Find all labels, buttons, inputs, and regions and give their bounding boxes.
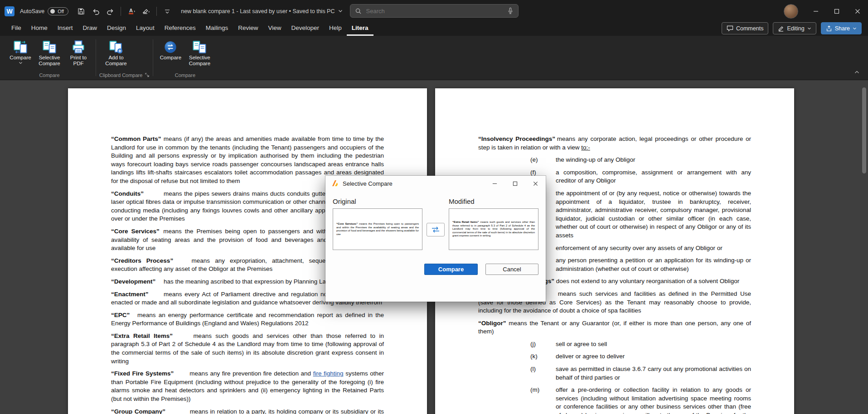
tab-insert[interactable]: Insert [53,23,78,36]
dialog-title: Selective Compare [343,180,393,187]
editing-label: Editing [787,25,804,32]
defined-term: “Conduits” [111,190,144,197]
document-title[interactable]: new blank compare 1 - Last saved by user… [181,8,342,14]
paragraph: “EPC”means an energy performance certifi… [111,311,384,328]
autosave-control[interactable]: AutoSave Off [20,7,68,15]
selective-compare-dialog: Selective Compare Original [325,176,546,302]
defined-term: “Creditors Process” [111,257,173,264]
swap-documents-button[interactable] [427,223,445,236]
dialog-cancel-button[interactable]: Cancel [485,264,538,275]
toggle-knob-icon [50,9,55,14]
dialog-compare-button[interactable]: Compare [424,264,478,275]
search-input[interactable] [365,7,504,15]
search-icon [355,8,362,14]
close-button[interactable] [847,0,868,22]
tab-litera[interactable]: Litera [347,23,373,36]
share-button[interactable]: Share [821,22,862,34]
compare-app-button[interactable]: Compare [156,38,184,61]
list-label: (e) [530,156,538,164]
tab-review[interactable]: Review [233,23,263,36]
undo-button[interactable] [89,5,102,18]
dialog-minimize-button[interactable] [485,176,505,191]
svg-text:A: A [129,8,133,13]
share-label: Share [835,25,850,32]
paragraph: “Fixed Fire Systems”means any fire preve… [111,370,384,403]
close-icon [855,9,860,14]
redo-button[interactable] [104,5,116,18]
tab-help[interactable]: Help [324,23,347,36]
scrollbar-thumb[interactable] [862,87,866,173]
maximize-button[interactable] [826,0,847,22]
print-to-pdf-button-label: Print to PDF [65,55,92,67]
list-label: (j) [530,340,536,349]
tab-file[interactable]: File [6,23,26,36]
list-label: (l) [530,365,536,374]
minimize-button[interactable] [805,0,826,22]
word-logo-icon[interactable]: W [5,6,15,16]
tab-developer[interactable]: Developer [286,23,325,36]
defined-term: “Obligor” [478,320,506,327]
compare-app-button-label: Compare [160,55,181,61]
ribbon-group-clipboard-compare: Add to Compare Clipboard Compare [97,36,151,80]
dialog-close-button[interactable] [525,176,546,191]
group-label-compare: Compare [6,71,92,79]
selective-compare-button[interactable]: Selective Compare [35,38,63,67]
save-button[interactable] [75,5,87,18]
print-pdf-icon [71,39,86,55]
tab-view[interactable]: View [263,23,286,36]
editing-button[interactable]: Editing [773,22,816,34]
selective-compare-button-label: Selective Compare [36,55,63,67]
defined-term: “Common Parts” [111,135,161,142]
ribbon-group-compare-2: Compare Selective Compare Compare [155,36,215,80]
tab-home[interactable]: Home [26,23,53,36]
autosave-toggle[interactable]: Off [48,7,68,15]
redo-icon [107,8,114,15]
font-color-button[interactable]: A [125,5,138,18]
customize-toolbar-button[interactable] [161,5,174,18]
ribbon-group-compare-1: Compare Selective Compare [5,36,94,80]
user-avatar[interactable] [784,4,798,19]
modified-preview-text: “Extra Retail Items” means such goods an… [452,221,535,238]
close-icon [533,181,538,186]
compare-button[interactable]: Compare [6,38,34,64]
toolbar-separator [156,7,157,16]
mic-icon[interactable] [507,7,514,14]
print-to-pdf-button[interactable]: Print to PDF [64,38,92,67]
defined-term: “Enactment” [111,291,149,298]
tab-layout[interactable]: Layout [131,23,160,36]
save-icon [78,8,85,15]
modified-preview-box[interactable]: “Extra Retail Items” means such goods an… [449,208,538,250]
comments-button[interactable]: Comments [722,22,768,34]
group-label-clipboard-compare: Clipboard Compare [99,71,150,79]
list-item: (m)offer a pre-ordering or collection fa… [478,386,751,414]
paragraph: “Insolvency Proceedings”means any corpor… [478,135,751,152]
comments-label: Comments [736,25,763,32]
tab-mailings[interactable]: Mailings [201,23,233,36]
add-to-compare-button-label: Add to Compare [100,55,132,67]
defined-term: “Insolvency Proceedings” [478,135,555,142]
dialog-maximize-button[interactable] [505,176,525,191]
add-to-compare-icon [109,39,123,55]
undo-icon [92,8,100,15]
selective-compare-2-button[interactable]: Selective Compare [185,38,213,67]
dialog-title-bar[interactable]: Selective Compare [325,176,546,191]
add-to-compare-button[interactable]: Add to Compare [99,38,133,67]
dialog-launcher-icon[interactable] [145,72,150,77]
maximize-icon [513,181,518,186]
search-box[interactable] [350,4,519,18]
format-painter-button[interactable] [140,5,152,18]
comments-icon [727,25,733,32]
defined-term: “Development” [111,278,155,285]
tab-references[interactable]: References [160,23,201,36]
font-color-icon: A [127,7,136,15]
original-preview-box[interactable]: “Core Services” means the Premises being… [333,208,422,250]
tab-design[interactable]: Design [102,23,131,36]
pencil-icon [778,25,784,32]
collapse-ribbon-button[interactable] [852,68,862,76]
tab-draw[interactable]: Draw [78,23,102,36]
ribbon: Compare Selective Compare [0,36,868,80]
chevron-down-icon [853,27,857,30]
defined-term: “EPC” [111,312,130,318]
litera-logo-icon [331,180,339,187]
vertical-scrollbar[interactable] [862,83,867,411]
